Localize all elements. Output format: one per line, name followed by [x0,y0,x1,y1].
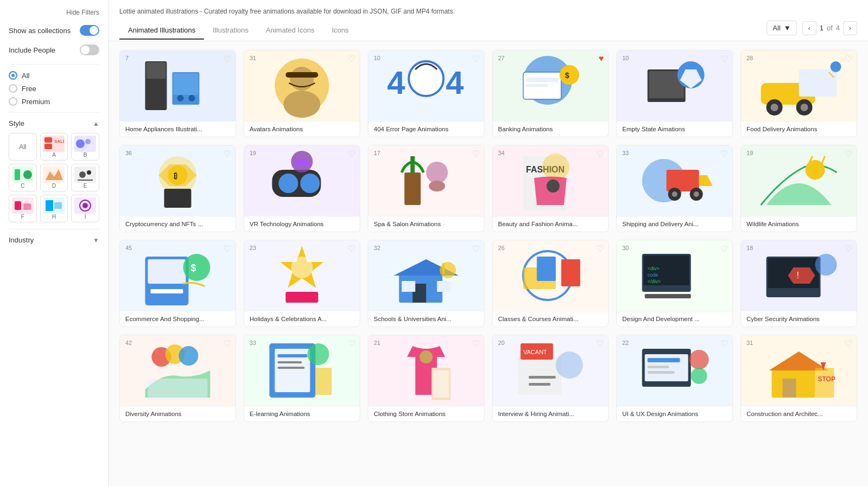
grid-item[interactable]: 22 ♡ UI & UX Design Animations [616,335,733,422]
filter-premium[interactable]: Premium [9,97,99,106]
filter-free[interactable]: Free [9,84,99,93]
svg-rect-69 [151,289,183,293]
style-f-thumb [12,197,34,214]
heart-icon[interactable]: ♡ [472,54,480,64]
grid-item[interactable]: 33 ♡ Shipping and Delivery Ani... [616,145,733,232]
grid-item[interactable]: 33 ♡ E-learning Animations [244,335,360,422]
heart-icon[interactable]: ♡ [348,149,355,159]
svg-point-27 [409,61,444,96]
svg-rect-32 [526,84,548,87]
svg-rect-25 [286,72,318,78]
style-e[interactable]: E [71,164,99,191]
grid-item[interactable]: 19 ♡ VR Technology Animations [244,145,360,232]
heart-icon[interactable]: ♡ [845,149,852,159]
heart-icon[interactable]: ♡ [472,149,480,159]
item-image [741,50,857,121]
tab-illustrations[interactable]: Illustrations [204,22,257,40]
heart-icon[interactable]: ♡ [720,338,728,349]
hide-filters-button[interactable]: Hide Filters [9,9,99,16]
grid-item[interactable]: 36 ♡ ₿ Cryptocurrency and NFTs ... [119,145,236,232]
svg-rect-11 [23,203,31,210]
svg-text:<div>: <div> [648,266,660,271]
svg-rect-116 [648,358,680,362]
style-section-header[interactable]: Style ▲ [9,119,99,127]
grid-item[interactable]: 34 ♡ FASHION Beauty and Fashion Anima... [492,145,609,232]
grid-item[interactable]: 26 ♡ Classes & Courses Animati... [492,240,609,327]
heart-icon[interactable]: ♡ [720,244,728,254]
show-as-collections-toggle[interactable] [80,25,99,36]
style-a-thumb: SALE [43,136,65,152]
heart-icon[interactable]: ♡ [348,338,355,349]
heart-icon[interactable]: ♥ [599,54,604,63]
heart-icon[interactable]: ♡ [596,338,604,349]
heart-icon[interactable]: ♡ [596,244,604,254]
item-count: 30 [622,245,629,251]
tab-animated-illustrations[interactable]: Animated Illustrations [119,22,204,40]
grid-item[interactable]: 31 ♡ STOP Construction and Architec... [741,335,857,422]
heart-icon[interactable]: ♡ [845,338,852,349]
heart-icon[interactable]: ♡ [224,149,231,159]
style-a[interactable]: SALE A [40,133,68,161]
grid-item[interactable]: 21 ♡ Clothing Store Animations [368,335,484,422]
svg-rect-97 [148,379,208,400]
svg-point-96 [179,346,199,366]
style-b[interactable]: B [71,133,99,161]
grid-item[interactable]: 18 ♡ ! Cyber Security Animations [741,240,857,327]
tab-icons[interactable]: Icons [323,22,358,40]
grid-item[interactable]: 28 ♡ Food Delivery Animations [741,50,857,137]
svg-point-20 [177,95,184,101]
include-people-toggle[interactable] [80,44,99,55]
heart-icon[interactable]: ♡ [472,244,480,254]
item-image [368,240,484,311]
svg-point-105 [420,350,433,363]
grid-item[interactable]: 17 ♡ Spa & Salon Animations [368,145,484,232]
style-f[interactable]: F [9,195,37,222]
heart-icon[interactable]: ♡ [224,244,231,254]
style-all[interactable]: All [9,133,37,161]
item-label: Spa & Salon Animations [368,216,484,232]
grid-item[interactable]: 23 ♡ Holidays & Celebrations A... [244,240,360,327]
grid-item[interactable]: 19 ♡ Wildlife Animations [741,145,857,232]
svg-point-111 [556,351,583,379]
tab-animated-icons[interactable]: Animated Icons [257,22,323,40]
svg-rect-100 [278,354,308,357]
grid-item[interactable]: 20 ♡ VACANT Interview & Hiring Animati..… [492,335,609,422]
heart-icon[interactable]: ♡ [224,338,231,349]
style-h[interactable]: H [40,195,68,222]
heart-icon[interactable]: ♡ [845,244,852,254]
item-label: Food Delivery Animations [741,121,857,137]
grid-item[interactable]: 30 ♡ <div> code</div> Design And Develop… [616,240,733,327]
grid-item[interactable]: 27 ♥ $ Banking Animations [492,50,609,137]
heart-icon[interactable]: ♡ [348,244,355,254]
item-image [741,145,857,216]
grid-item[interactable]: 42 ♡ Diversity Animations [119,335,236,422]
svg-point-3 [76,139,85,148]
grid-item[interactable]: 45 ♡ $ Ecommerce And Shopping... [119,240,236,327]
next-page-button[interactable]: › [843,21,857,35]
grid-item[interactable]: 31 ♡ Avatars Animations [244,50,360,137]
grid-item[interactable]: 32 ♡ Schools & Universities Ani... [368,240,484,327]
include-people-label: Include People [9,46,55,54]
heart-icon[interactable]: ♡ [845,54,852,64]
dropdown-chevron-icon: ▼ [784,24,791,32]
heart-icon[interactable]: ♡ [720,54,728,64]
style-d[interactable]: D [40,164,68,191]
style-i[interactable]: I [71,195,99,222]
heart-icon[interactable]: ♡ [596,149,604,159]
filter-all[interactable]: All [9,71,99,80]
style-c[interactable]: C [9,164,37,191]
grid-item[interactable]: 10 ♡ 44 404 Error Page Animations [368,50,484,137]
item-count: 19 [250,150,256,156]
grid-item[interactable]: 10 ♡ Empty State Aimations [616,50,733,137]
category-dropdown[interactable]: All ▼ [767,21,796,35]
svg-rect-48 [164,189,192,208]
prev-page-button[interactable]: ‹ [802,21,816,35]
svg-point-78 [440,262,456,278]
heart-icon[interactable]: ♡ [472,338,480,349]
industry-section[interactable]: Industry ▼ [9,236,99,244]
heart-icon[interactable]: ♡ [224,54,231,64]
grid-item[interactable]: 7 ♡ Home Appliances Illustrati... [119,50,236,137]
style-i-thumb [74,197,96,214]
heart-icon[interactable]: ♡ [720,149,728,159]
heart-icon[interactable]: ♡ [348,54,355,64]
